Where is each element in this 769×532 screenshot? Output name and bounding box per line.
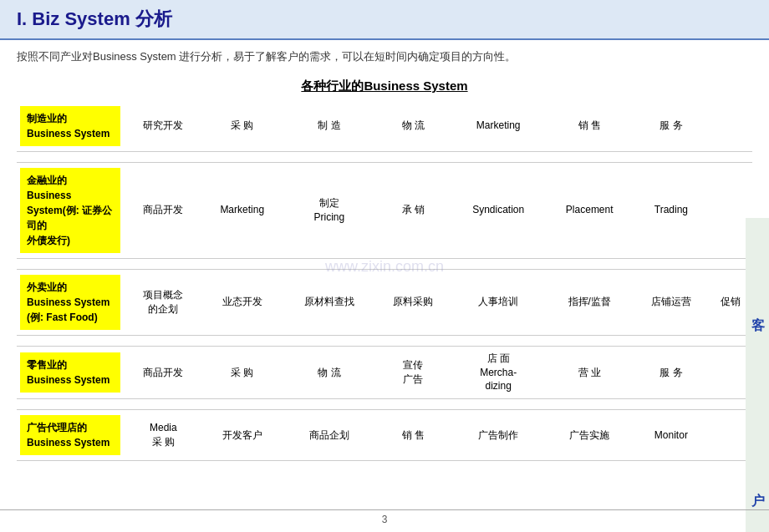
step-cell: 业态开发 <box>201 269 283 335</box>
step-cell: 店铺运营 <box>634 269 710 335</box>
step-cell: 承 销 <box>375 162 451 258</box>
page-number: 3 <box>382 514 388 525</box>
step-cell: Media 采 购 <box>125 410 201 461</box>
step-cell: 原材料查找 <box>283 269 375 335</box>
label-box: 零售业的Business System <box>20 352 120 393</box>
step-cell: 项目概念 的企划 <box>125 269 201 335</box>
row-label-cell: 金融业的 BusinessSystem(例: 证券公司的外债发行) <box>17 162 125 258</box>
right-sidebar: 客 户 <box>746 218 769 532</box>
spacer-row <box>17 258 752 269</box>
title-prefix: I. Biz System <box>17 8 135 29</box>
step-cell: 制 造 <box>283 101 375 152</box>
step-cell: 销 售 <box>375 410 451 461</box>
table-row: 金融业的 BusinessSystem(例: 证券公司的外债发行)商品开发Mar… <box>17 162 752 258</box>
step-cell: Placement <box>546 162 634 258</box>
step-cell: 人事培训 <box>451 269 546 335</box>
step-cell: Marketing <box>201 162 283 258</box>
step-cell: Syndication <box>451 162 546 258</box>
label-box: 广告代理店的Business System <box>20 415 120 455</box>
table-row: 制造业的Business System研究开发采 购制 造物 流Marketin… <box>17 101 752 152</box>
step-cell: 服 务 <box>634 346 710 398</box>
title-suffix: 分析 <box>135 8 172 29</box>
table-row: 零售业的Business System商品开发采 购物 流宣传 广告店 面 Me… <box>17 346 752 398</box>
header: I. Biz System 分析 <box>0 0 769 40</box>
biz-table: 制造业的Business System研究开发采 购制 造物 流Marketin… <box>17 101 752 461</box>
step-cell: Trading <box>634 162 710 258</box>
table-row: 外卖业的Business System(例: Fast Food)项目概念 的企… <box>17 269 752 335</box>
step-cell: 物 流 <box>375 101 451 152</box>
page: I. Biz System 分析 按照不同产业对Business System … <box>0 0 769 532</box>
step-cell: 采 购 <box>201 346 283 398</box>
step-cell: 营 业 <box>546 346 634 398</box>
step-cell: 商品开发 <box>125 346 201 398</box>
step-cell: Marketing <box>451 101 546 152</box>
step-cell: 宣传 广告 <box>375 346 451 398</box>
row-label-cell: 零售业的Business System <box>17 346 125 398</box>
step-cell: 采 购 <box>201 101 283 152</box>
step-cell: 指挥/监督 <box>546 269 634 335</box>
step-cell: 广告制作 <box>451 410 546 461</box>
spacer-row <box>17 335 752 346</box>
step-cell: 制定 Pricing <box>283 162 375 258</box>
footer: 3 <box>0 509 769 525</box>
main-area: 制造业的Business System研究开发采 购制 造物 流Marketin… <box>0 101 769 461</box>
row-label-cell: 制造业的Business System <box>17 101 125 152</box>
step-cell: 广告实施 <box>546 410 634 461</box>
step-cell: 商品开发 <box>125 162 201 258</box>
label-box: 金融业的 BusinessSystem(例: 证券公司的外债发行) <box>20 168 120 253</box>
step-cell: 销 售 <box>546 101 634 152</box>
page-title: I. Biz System 分析 <box>17 8 172 29</box>
row-label-cell: 外卖业的Business System(例: Fast Food) <box>17 269 125 335</box>
table-row: 广告代理店的Business SystemMedia 采 购开发客户商品企划销 … <box>17 410 752 461</box>
step-cell: 商品企划 <box>283 410 375 461</box>
step-cell: Monitor <box>634 410 710 461</box>
label-box: 外卖业的Business System(例: Fast Food) <box>20 275 120 330</box>
step-cell: 服 务 <box>634 101 710 152</box>
step-cell: 店 面 Mercha- dizing <box>451 346 546 398</box>
section-title: 各种行业的Business System <box>0 79 769 94</box>
spacer-row <box>17 151 752 162</box>
spacer-row <box>17 399 752 410</box>
step-cell: 物 流 <box>283 346 375 398</box>
step-cell: 开发客户 <box>201 410 283 461</box>
subtitle: 按照不同产业对Business System 进行分析，易于了解客户的需求，可以… <box>0 40 769 70</box>
step-cell: 原料采购 <box>375 269 451 335</box>
row-label-cell: 广告代理店的Business System <box>17 410 125 461</box>
step-cell: 研究开发 <box>125 101 201 152</box>
label-box: 制造业的Business System <box>20 106 120 146</box>
